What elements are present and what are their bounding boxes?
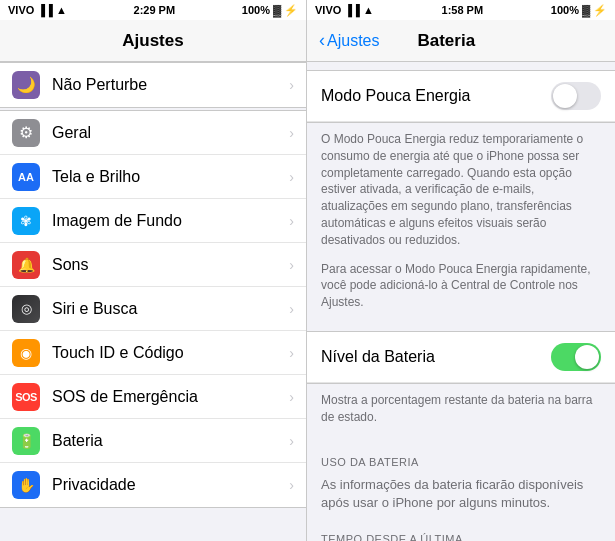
left-nav-header: Ajustes (0, 20, 306, 62)
back-label: Ajustes (327, 32, 379, 50)
imagem-fundo-label: Imagem de Fundo (52, 212, 289, 230)
right-status-right: 100% ▓ ⚡ (551, 4, 607, 17)
chevron-icon-siri: › (289, 301, 294, 317)
geral-icon: ⚙ (12, 119, 40, 147)
touch-id-icon: ◉ (12, 339, 40, 367)
bateria-icon: 🔋 (12, 427, 40, 455)
nao-perturbe-icon: 🌙 (12, 71, 40, 99)
modo-toggle[interactable] (551, 82, 601, 110)
nao-perturbe-label: Não Perturbe (52, 76, 289, 94)
uso-header: USO DA BATERIA (307, 438, 615, 472)
right-battery-icon: ▓ (582, 4, 590, 16)
modo-tip: Para acessar o Modo Pouca Energia rapida… (307, 261, 615, 323)
settings-item-touch-id[interactable]: ◉ Touch ID e Código › (0, 331, 306, 375)
sons-icon: 🔔 (12, 251, 40, 279)
sos-icon: SOS (12, 383, 40, 411)
modo-row: Modo Pouca Energia (307, 71, 615, 122)
back-chevron-icon: ‹ (319, 30, 325, 51)
sos-text: SOS (15, 391, 37, 403)
right-signal-icon: ▐▐ (344, 4, 360, 16)
geral-label: Geral (52, 124, 289, 142)
bateria-label: Bateria (52, 432, 289, 450)
tempo-section: TEMPO DESDE A ÚLTIMA RECARGA COMPLETA (307, 524, 615, 541)
imagem-fundo-icon: ✾ (12, 207, 40, 235)
settings-item-geral[interactable]: ⚙ Geral › (0, 111, 306, 155)
toggle-knob (553, 84, 577, 108)
right-nav-header: ‹ Ajustes Bateria (307, 20, 615, 62)
left-wifi-icon: ▲ (56, 4, 67, 16)
right-status-left: VIVO ▐▐ ▲ (315, 4, 374, 16)
modo-section: Modo Pouca Energia (307, 70, 615, 123)
tela-brilho-label: Tela e Brilho (52, 168, 289, 186)
settings-section-main: ⚙ Geral › AA Tela e Brilho › ✾ Imagem de… (0, 110, 306, 508)
uso-text: As informações da bateria ficarão dispon… (307, 472, 615, 524)
sos-label: SOS de Emergência (52, 388, 289, 406)
touch-id-label: Touch ID e Código (52, 344, 289, 362)
siri-label: Siri e Busca (52, 300, 289, 318)
left-charging-icon: ⚡ (284, 4, 298, 17)
right-battery-pct: 100% (551, 4, 579, 16)
left-panel: VIVO ▐▐ ▲ 2:29 PM 100% ▓ ⚡ Ajustes 🌙 Não… (0, 0, 307, 541)
left-signal-icon: ▐▐ (37, 4, 53, 16)
chevron-icon-tela: › (289, 169, 294, 185)
right-charging-icon: ⚡ (593, 4, 607, 17)
settings-item-bateria[interactable]: 🔋 Bateria › (0, 419, 306, 463)
nivel-description: Mostra a porcentagem restante da bateria… (307, 384, 615, 438)
nivel-toggle[interactable] (551, 343, 601, 371)
chevron-icon-imagem: › (289, 213, 294, 229)
right-panel: VIVO ▐▐ ▲ 1:58 PM 100% ▓ ⚡ ‹ Ajustes Bat… (307, 0, 615, 541)
nivel-toggle-knob (575, 345, 599, 369)
chevron-icon: › (289, 77, 294, 93)
right-status-bar: VIVO ▐▐ ▲ 1:58 PM 100% ▓ ⚡ (307, 0, 615, 20)
left-status-left: VIVO ▐▐ ▲ (8, 4, 67, 16)
chevron-icon-bateria: › (289, 433, 294, 449)
settings-item-imagem-fundo[interactable]: ✾ Imagem de Fundo › (0, 199, 306, 243)
settings-item-privacidade[interactable]: ✋ Privacidade › (0, 463, 306, 507)
left-time: 2:29 PM (134, 4, 176, 16)
chevron-icon-sos: › (289, 389, 294, 405)
right-content: Modo Pouca Energia O Modo Pouca Energia … (307, 62, 615, 541)
modo-label: Modo Pouca Energia (321, 87, 470, 105)
tela-brilho-icon: AA (12, 163, 40, 191)
tempo-header: TEMPO DESDE A ÚLTIMA (321, 530, 601, 541)
right-carrier: VIVO (315, 4, 341, 16)
privacidade-icon: ✋ (12, 471, 40, 499)
right-time: 1:58 PM (442, 4, 484, 16)
right-page-title: Bateria (417, 31, 475, 51)
left-status-bar: VIVO ▐▐ ▲ 2:29 PM 100% ▓ ⚡ (0, 0, 306, 20)
left-battery-icon: ▓ (273, 4, 281, 16)
chevron-icon-sons: › (289, 257, 294, 273)
back-button[interactable]: ‹ Ajustes (319, 30, 379, 51)
left-battery-pct: 100% (242, 4, 270, 16)
modo-description: O Modo Pouca Energia reduz temporariamen… (307, 123, 615, 261)
settings-item-siri[interactable]: ◎ Siri e Busca › (0, 287, 306, 331)
left-carrier: VIVO (8, 4, 34, 16)
siri-icon: ◎ (12, 295, 40, 323)
settings-list: 🌙 Não Perturbe › ⚙ Geral › AA Tela e Bri… (0, 62, 306, 541)
nivel-section: Nível da Bateria (307, 331, 615, 384)
settings-item-nao-perturbe[interactable]: 🌙 Não Perturbe › (0, 63, 306, 107)
privacidade-label: Privacidade (52, 476, 289, 494)
nivel-label: Nível da Bateria (321, 348, 435, 366)
settings-item-sons[interactable]: 🔔 Sons › (0, 243, 306, 287)
left-page-title: Ajustes (122, 31, 183, 51)
chevron-icon-touchid: › (289, 345, 294, 361)
nivel-row: Nível da Bateria (307, 332, 615, 383)
left-status-right: 100% ▓ ⚡ (242, 4, 298, 17)
settings-item-tela-brilho[interactable]: AA Tela e Brilho › (0, 155, 306, 199)
chevron-icon-geral: › (289, 125, 294, 141)
sons-label: Sons (52, 256, 289, 274)
chevron-icon-privacidade: › (289, 477, 294, 493)
right-wifi-icon: ▲ (363, 4, 374, 16)
settings-section-top: 🌙 Não Perturbe › (0, 62, 306, 108)
settings-item-sos[interactable]: SOS SOS de Emergência › (0, 375, 306, 419)
